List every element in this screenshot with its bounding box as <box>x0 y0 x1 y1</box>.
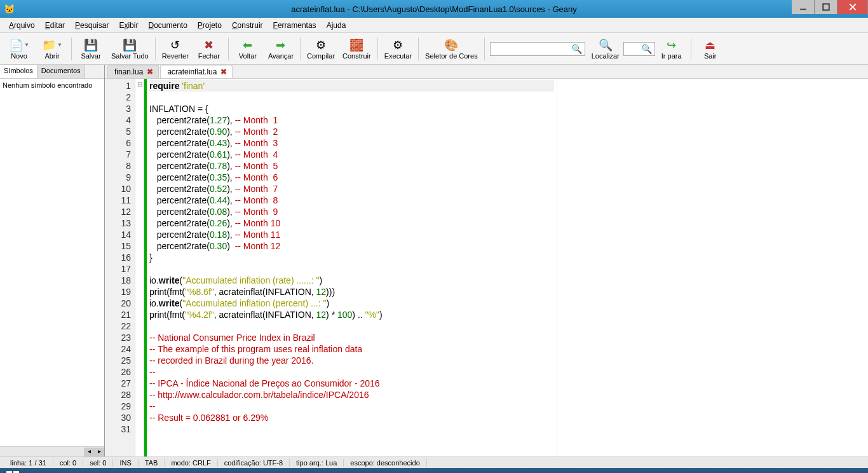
menu-documento[interactable]: Documento <box>143 19 192 32</box>
menu-arquivo[interactable]: Arquivo <box>4 19 40 32</box>
compile-icon: ⚙ <box>314 38 328 52</box>
back-button[interactable]: ⬅Voltar <box>231 37 264 61</box>
save-all-button[interactable]: 💾Salvar Tudo <box>107 37 153 61</box>
code-line[interactable] <box>149 92 554 103</box>
close-tab-icon[interactable]: ✖ <box>147 67 153 76</box>
taskbar-powerpoint-icon[interactable]: P <box>305 468 330 473</box>
maximize-button[interactable] <box>815 0 837 14</box>
forward-button[interactable]: ➡Avançar <box>264 37 297 61</box>
taskbar-word-icon[interactable]: W <box>254 468 280 473</box>
new-button[interactable]: 📄▼Novo <box>3 37 36 61</box>
revert-button[interactable]: ↺Reverter <box>158 37 193 61</box>
code-line[interactable]: percent2rate(0.35), -- Month 6 <box>149 172 554 183</box>
menubar: ArquivoEditarPesquisarExibirDocumentoPro… <box>0 18 868 33</box>
code-line[interactable]: print(fmt("%4.2f", acrateinflat(INFLATIO… <box>149 309 554 320</box>
build-button[interactable]: 🧱Construir <box>339 37 375 61</box>
taskbar[interactable]: ⓔ 📁 🟦 🔷 ⬇ 🟡 🦊 📧 🟢 W X P 📗 📕 🐱 🟧 ▴ 🏳 POR … <box>0 468 868 473</box>
separator <box>71 38 72 60</box>
code-line[interactable]: io.write("Accumulated inflation (rate) .… <box>149 275 554 286</box>
revert-label: Reverter <box>162 52 189 60</box>
code-line[interactable]: percent2rate(0.61), -- Month 4 <box>149 149 554 160</box>
open-button[interactable]: 📁▼Abrir <box>36 37 69 61</box>
menu-exibir[interactable]: Exibir <box>114 19 143 32</box>
fold-column[interactable]: ⊟ <box>135 79 144 456</box>
exit-button[interactable]: ⏏Sair <box>694 37 727 61</box>
start-button[interactable] <box>0 468 25 473</box>
dropdown-icon[interactable]: ▼ <box>56 42 62 48</box>
code-line[interactable]: -- The example of this program uses real… <box>149 343 554 355</box>
sidebar-tab-symbols[interactable]: Símbolos <box>0 65 37 78</box>
menu-editar[interactable]: Editar <box>40 19 70 32</box>
code-line[interactable]: percent2rate(1.27), -- Month 1 <box>149 114 554 126</box>
code-line[interactable]: io.write("Accumulated inflation (percent… <box>149 298 554 309</box>
code-line[interactable] <box>149 263 554 275</box>
taskbar-firefox-icon[interactable]: 🦊 <box>178 468 203 473</box>
code-line[interactable] <box>149 423 554 435</box>
taskbar-app-icon[interactable]: 🟦 <box>76 468 102 473</box>
code-line[interactable]: percent2rate(0.43), -- Month 3 <box>149 137 554 149</box>
code-line[interactable]: percent2rate(0.26), -- Month 10 <box>149 217 554 229</box>
taskbar-explorer-icon[interactable]: 📁 <box>51 468 76 473</box>
code-line[interactable]: percent2rate(0.08), -- Month 9 <box>149 206 554 217</box>
search-input[interactable]: 🔍 <box>490 42 585 56</box>
menu-projeto[interactable]: Projeto <box>193 19 227 32</box>
code-line[interactable]: -- http://www.calculador.com.br/tabela/i… <box>149 389 554 401</box>
menu-ajuda[interactable]: Ajuda <box>322 19 351 32</box>
goto-input[interactable]: 🔍 <box>623 42 655 56</box>
scroll-left-icon[interactable]: ◂ <box>84 448 94 456</box>
close-button[interactable] <box>837 0 868 14</box>
minimize-button[interactable] <box>792 0 815 14</box>
menu-construir[interactable]: Construir <box>227 19 268 32</box>
menu-ferramentas[interactable]: Ferramentas <box>268 19 322 32</box>
code-line[interactable]: percent2rate(0.52), -- Month 7 <box>149 183 554 195</box>
scroll-right-icon[interactable]: ▸ <box>94 448 104 456</box>
taskbar-ie-icon[interactable]: ⓔ <box>25 468 51 473</box>
execute-label: Executar <box>384 52 412 60</box>
code-line[interactable]: percent2rate(0.30) -- Month 12 <box>149 240 554 252</box>
taskbar-mail-icon[interactable]: 📧 <box>203 468 229 473</box>
code-line[interactable]: percent2rate(0.90), -- Month 2 <box>149 126 554 137</box>
close-tab-icon[interactable]: ✖ <box>220 67 227 76</box>
code-line[interactable]: -- recorded in Brazil during the year 20… <box>149 355 554 366</box>
file-tab[interactable]: finan.lua✖ <box>107 65 159 78</box>
taskbar-excel-icon[interactable]: X <box>280 468 305 473</box>
code-line[interactable]: } <box>149 252 554 263</box>
code-line[interactable]: -- <box>149 401 554 412</box>
taskbar-chrome-icon[interactable]: 🟡 <box>153 468 178 473</box>
code-line[interactable]: INFLATION = { <box>149 103 554 114</box>
code-line[interactable] <box>149 320 554 332</box>
code-line[interactable]: percent2rate(0.78), -- Month 5 <box>149 160 554 172</box>
find-button[interactable]: 🔍Localizar <box>588 37 623 61</box>
dropdown-icon[interactable]: ▼ <box>23 42 29 48</box>
save-button[interactable]: 💾Salvar <box>74 37 107 61</box>
taskbar-app-icon[interactable]: 🟢 <box>229 468 254 473</box>
code-line[interactable]: -- National Consumer Price Index in Braz… <box>149 332 554 343</box>
code-content[interactable]: require 'finan' INFLATION = { percent2ra… <box>147 79 557 456</box>
code-line[interactable]: percent2rate(0.44), -- Month 8 <box>149 195 554 206</box>
code-line[interactable]: -- <box>149 366 554 378</box>
color-picker-button[interactable]: 🎨Seletor de Cores <box>421 37 482 61</box>
taskbar-dropbox-icon[interactable]: ⬇ <box>127 468 153 473</box>
sidebar-scrollbar[interactable]: ◂ ▸ <box>0 446 104 456</box>
new-file-icon: 📄 <box>9 38 23 52</box>
code-line[interactable]: percent2rate(0.18), -- Month 11 <box>149 229 554 240</box>
status-encoding: codificação: UTF-8 <box>218 459 290 467</box>
close-file-button[interactable]: ✖Fechar <box>193 37 226 61</box>
taskbar-sourceforge-icon[interactable]: 🟧 <box>407 468 432 473</box>
compile-button[interactable]: ⚙Compilar <box>303 37 339 61</box>
code-line[interactable]: require 'finan' <box>149 80 554 92</box>
sidebar-tab-documents[interactable]: Documentos <box>37 65 85 78</box>
taskbar-app-icon[interactable]: 📗 <box>330 468 356 473</box>
menu-pesquisar[interactable]: Pesquisar <box>70 19 114 32</box>
taskbar-app-icon[interactable]: 🔷 <box>102 468 127 473</box>
goto-button[interactable]: ↪Ir para <box>655 37 688 61</box>
code-line[interactable]: -- Result = 0.062881 or 6.29% <box>149 412 554 423</box>
line-numbers: 1234567891011121314151617181920212223242… <box>105 79 135 456</box>
execute-button[interactable]: ⚙Executar <box>381 37 416 61</box>
code-line[interactable]: -- IPCA - Índice Nacional de Preços ao C… <box>149 378 554 389</box>
code-line[interactable]: print(fmt("%8.6f", acrateinflat(INFLATIO… <box>149 286 554 298</box>
editor[interactable]: 1234567891011121314151617181920212223242… <box>105 79 868 456</box>
taskbar-app-icon[interactable]: 📕 <box>356 468 381 473</box>
file-tab[interactable]: acrateinflat.lua✖ <box>160 65 233 78</box>
taskbar-geany-icon[interactable]: 🐱 <box>381 468 407 473</box>
